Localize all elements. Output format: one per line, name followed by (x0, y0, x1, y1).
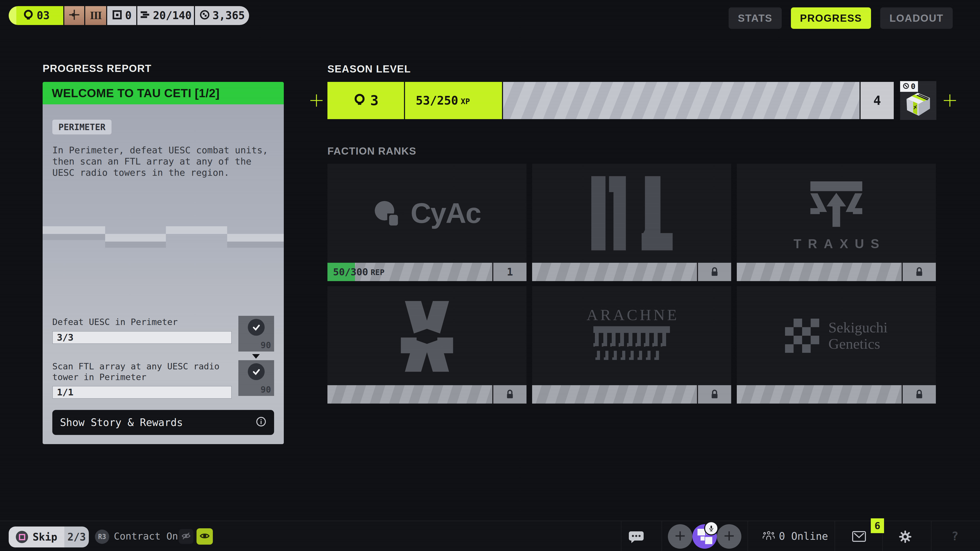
faction-rep-bar (532, 263, 731, 281)
faction-tile-x[interactable] (328, 286, 527, 403)
faction-tile-traxus[interactable]: TRAXUS (737, 164, 936, 281)
progress-screen: 03 III 0 20/140 3,365 (0, 0, 980, 551)
season-xp-unit: XP (461, 98, 470, 105)
help-button[interactable]: ? (951, 521, 959, 551)
eye-off-icon (181, 531, 191, 542)
faction-tile-arachne[interactable]: ARACHNE (532, 286, 731, 403)
glitch-band (227, 234, 284, 241)
objective-progress-bar: 1/1 (52, 386, 232, 399)
show-story-rewards-button[interactable]: Show Story & Rewards (52, 410, 274, 435)
season-xp-value: 53/250 (416, 95, 458, 106)
sekiguchi-logo: SekiguchiGenetics (737, 286, 936, 385)
main-tabs: STATS PROGRESS LOADOUT (729, 7, 953, 29)
eye-icon (199, 530, 210, 542)
season-prev-button[interactable] (310, 94, 323, 107)
season-level-value: 3 (370, 94, 379, 107)
lock-icon (698, 263, 731, 281)
plus-icon (310, 103, 323, 108)
traxus-logo: TRAXUS (737, 164, 936, 263)
cargo-value: 20/140 (153, 10, 192, 21)
objective-row: Defeat UESC in Perimeter 3/3 90 (52, 317, 274, 351)
square-button-icon (16, 531, 28, 543)
gear-icon (899, 540, 912, 544)
faction-tile-nu[interactable] (532, 164, 731, 281)
skip-button[interactable]: Skip 2/3 (9, 527, 89, 548)
season-reward-crate[interactable]: 0 (900, 81, 936, 120)
faction-rep-bar (328, 385, 527, 403)
glitch-band (105, 234, 166, 241)
reward-value: 90 (261, 385, 271, 394)
crosshair-icon (68, 9, 80, 22)
objective-progress-bar: 3/3 (52, 331, 232, 344)
divider (931, 521, 932, 551)
online-count: 0 Online (779, 531, 828, 541)
resource-bar: 03 III 0 20/140 3,365 (9, 6, 249, 25)
faction-rank-value: 1 (493, 263, 527, 281)
season-xp-track (503, 82, 859, 119)
plus-icon (675, 530, 686, 543)
credits-icon (903, 83, 909, 91)
plus-icon (943, 103, 956, 108)
objective-label: Defeat UESC in Perimeter (52, 317, 226, 327)
player-level-value: 03 (37, 10, 50, 21)
add-party-member-button[interactable] (668, 524, 692, 549)
chat-button[interactable] (628, 530, 644, 544)
gear-tier-value: III (90, 10, 101, 21)
arachne-logo: ARACHNE (532, 286, 731, 385)
skip-label: Skip (33, 532, 57, 542)
helmet-icon (22, 9, 34, 22)
mail-button[interactable] (852, 530, 866, 543)
add-party-member-button[interactable] (717, 524, 741, 549)
skip-count: 2/3 (64, 527, 89, 548)
chips-value: 0 (125, 10, 131, 21)
mission-description: In Perimeter, defeat UESC combat units, … (52, 144, 274, 178)
contract-show-toggle[interactable] (197, 528, 213, 545)
contract-hide-toggle[interactable] (179, 529, 193, 544)
mic-icon (704, 521, 718, 535)
info-icon (256, 416, 266, 429)
divider (748, 521, 748, 551)
mission-body: PERIMETER In Perimeter, defeat UESC comb… (43, 104, 284, 444)
objective-label: Scan FTL array at any UESC radio tower i… (52, 361, 226, 383)
tab-progress[interactable]: PROGRESS (791, 7, 871, 29)
rep-unit: REP (371, 268, 384, 276)
faction-rep-bar: 50/300 REP 1 (328, 263, 527, 281)
x-logo (328, 286, 527, 385)
cargo-icon (140, 10, 150, 22)
faction-rep-bar (737, 263, 936, 281)
faction-ranks-title: FACTION RANKS (328, 146, 416, 156)
chat-icon (628, 540, 644, 544)
online-players-icon (762, 530, 775, 542)
lock-icon (903, 263, 936, 281)
online-status: 0 Online (762, 521, 828, 551)
crate-count-badge: 0 (900, 81, 918, 92)
objectives-list: Defeat UESC in Perimeter 3/3 90 Scan FTL… (52, 317, 274, 399)
show-story-rewards-label: Show Story & Rewards (60, 417, 183, 427)
arachne-comb-icon (593, 326, 670, 365)
faction-rep-bar (532, 385, 731, 403)
faction-grid: CyAc 50/300 REP 1 (328, 164, 936, 403)
check-icon (248, 363, 265, 380)
tab-stats[interactable]: STATS (729, 7, 781, 29)
helmet-icon (353, 93, 366, 108)
chevron-down-icon (252, 354, 260, 359)
season-xp-cell: 53/250 XP (405, 82, 502, 119)
objective-reward-badge: 90 (239, 316, 274, 351)
player-avatar[interactable] (692, 524, 717, 549)
objective-row: Scan FTL array at any UESC radio tower i… (52, 361, 274, 399)
faction-tile-cyac[interactable]: CyAc 50/300 REP 1 (328, 164, 527, 281)
mail-count-badge: 6 (871, 518, 884, 533)
settings-button[interactable] (899, 530, 912, 544)
location-tag: PERIMETER (52, 120, 111, 135)
season-next-button[interactable] (943, 94, 956, 107)
nu-logo (532, 164, 731, 263)
tab-loadout[interactable]: LOADOUT (880, 7, 953, 29)
season-xp-bar: 3 53/250 XP 4 (328, 82, 894, 119)
glitch-band (166, 234, 227, 241)
gear-tier-chip: III (85, 6, 106, 25)
objective-reward-badge: 90 (239, 360, 274, 396)
lock-icon (698, 385, 731, 403)
faction-tile-sekiguchi[interactable]: SekiguchiGenetics (737, 286, 936, 403)
module-icon (112, 10, 123, 22)
divider (662, 521, 662, 551)
